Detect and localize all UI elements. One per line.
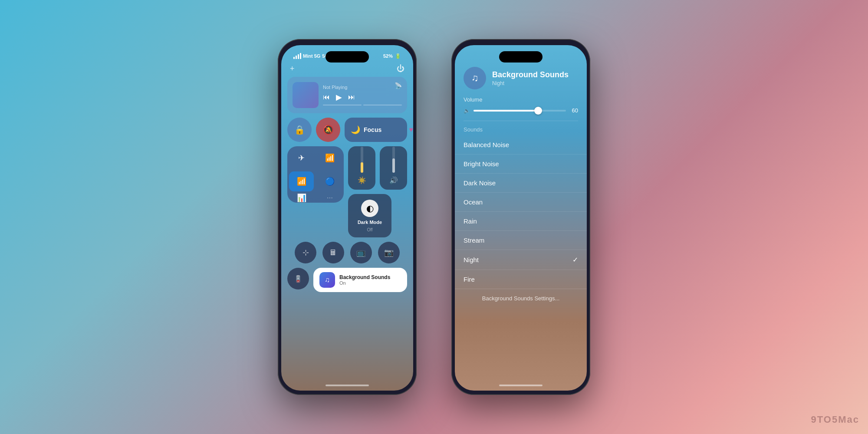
bg-sounds-icon: ♫ — [319, 272, 335, 288]
sound-item-ocean[interactable]: Ocean — [455, 193, 587, 212]
volume-section: Volume 🔈 60 — [455, 96, 587, 121]
phone-2: ♫ Background Sounds Night Volume 🔈 60 — [451, 39, 590, 395]
battery-icon: 🔋 — [395, 53, 401, 59]
dark-mode-label: Dark Mode — [358, 220, 382, 225]
phone-2-background: ♫ Background Sounds Night Volume 🔈 60 — [455, 45, 587, 391]
progress-bar-2 — [363, 105, 402, 105]
volume-label: Volume — [464, 96, 578, 103]
home-indicator-2[interactable] — [499, 385, 542, 386]
volume-fill — [473, 110, 538, 112]
airplay-icon[interactable]: 📡 — [395, 82, 402, 89]
home-indicator-1[interactable] — [326, 385, 369, 386]
sound-name: Bright Noise — [464, 160, 499, 168]
moon-icon: 🌙 — [351, 125, 360, 135]
airplane-mode-button[interactable]: ✈ — [287, 146, 316, 170]
sounds-section-label: Sounds — [455, 121, 587, 135]
wifi-button[interactable]: 📶 — [289, 171, 314, 191]
camera-button[interactable]: 📷 — [378, 242, 400, 263]
volume-row: 🔈 60 — [464, 107, 578, 114]
power-icon[interactable]: ⏻ — [397, 64, 404, 73]
sound-name: Night — [464, 256, 479, 263]
sounds-title: Background Sounds — [492, 70, 569, 79]
settings-link[interactable]: Background Sounds Settings... — [455, 289, 587, 308]
sound-name: Rain — [464, 217, 477, 225]
status-left: Mint 5G 5G — [293, 53, 329, 59]
carrier-label: Mint 5G — [303, 53, 320, 59]
heart-icon: ♥ — [409, 126, 414, 134]
sound-item-night[interactable]: Night ✓ — [455, 250, 587, 270]
focus-label: Focus — [364, 126, 381, 133]
watermark: 9TO5Mac — [811, 414, 859, 425]
phone-1: Mint 5G 5G 52% 🔋 + ⏻ Not Playing — [278, 39, 417, 395]
dynamic-island-2 — [499, 51, 542, 62]
brightness-fill — [361, 162, 363, 173]
battery-percent: 52% — [383, 53, 393, 59]
remote-button[interactable]: 📺 — [350, 242, 372, 263]
focus-button[interactable]: 🌙 Focus — [345, 118, 407, 142]
battery-widget[interactable]: 🪫 — [287, 268, 309, 289]
media-controls[interactable]: ⏮ ▶ ⏭ — [323, 92, 402, 102]
volume-fill — [392, 158, 395, 173]
airdrop-button[interactable]: 📶 — [316, 146, 344, 170]
cc-grid: Not Playing ⏮ ▶ ⏭ 📡 — [281, 77, 413, 292]
contrast-icon: ◐ — [366, 203, 374, 214]
sound-name: Ocean — [464, 198, 483, 206]
cellular-button[interactable]: 📊 — [287, 193, 316, 203]
phone-1-background: Mint 5G 5G 52% 🔋 + ⏻ Not Playing — [281, 45, 413, 391]
dynamic-island-1 — [326, 51, 369, 62]
screen-lock-button[interactable]: 🔒 — [287, 118, 312, 142]
bottom-tools-row: 🪫 ♫ Background Sounds On — [287, 268, 407, 292]
media-thumbnail — [293, 82, 319, 108]
sounds-app-icon: ♫ — [464, 67, 486, 89]
sound-name: Balanced Noise — [464, 141, 509, 148]
bg-sounds-title: Background Sounds — [339, 274, 390, 280]
play-icon[interactable]: ▶ — [336, 92, 342, 102]
media-player[interactable]: Not Playing ⏮ ▶ ⏭ 📡 — [287, 77, 407, 113]
status-right: 52% 🔋 — [383, 53, 401, 59]
mute-button[interactable]: 🔕 — [316, 118, 340, 142]
settings-link-text[interactable]: Background Sounds Settings... — [482, 295, 560, 302]
brightness-icon: ☀️ — [358, 176, 366, 184]
icon-row: ⊹ 🖩 📺 📷 — [287, 242, 407, 263]
bg-sounds-text: Background Sounds On — [339, 274, 390, 286]
volume-icon: 🔊 — [389, 176, 398, 184]
media-title: Not Playing — [323, 85, 402, 90]
sound-item-stream[interactable]: Stream — [455, 231, 587, 250]
network-cluster[interactable]: ✈ 📶 📶 📊 🔵 ⋯ — [287, 146, 344, 203]
sound-item-dark-noise[interactable]: Dark Noise — [455, 174, 587, 193]
dark-mode-sublabel: Off — [367, 227, 372, 232]
rewind-icon[interactable]: ⏮ — [323, 93, 330, 101]
toggle-row-1: 🔒 🔕 🌙 Focus ♥ — [287, 118, 407, 142]
volume-track[interactable] — [473, 110, 566, 112]
phone-2-screen: ♫ Background Sounds Night Volume 🔈 60 — [455, 45, 587, 391]
media-info: Not Playing ⏮ ▶ ⏭ — [323, 85, 402, 105]
sounds-subtitle: Night — [492, 80, 569, 86]
dark-mode-button[interactable]: ◐ Dark Mode Off — [348, 194, 391, 237]
sound-item-fire[interactable]: Fire — [455, 270, 587, 289]
sounds-list: Balanced Noise Bright Noise Dark Noise O… — [455, 135, 587, 289]
checkmark-icon: ✓ — [572, 256, 578, 264]
volume-thumb[interactable] — [534, 107, 542, 115]
volume-value: 60 — [569, 107, 578, 114]
sound-item-balanced-noise[interactable]: Balanced Noise — [455, 135, 587, 155]
phone-1-screen: Mint 5G 5G 52% 🔋 + ⏻ Not Playing — [281, 45, 413, 391]
volume-slider[interactable]: 🔊 — [380, 146, 407, 190]
sound-item-rain[interactable]: Rain — [455, 212, 587, 231]
brightness-slider[interactable]: ☀️ — [348, 146, 375, 190]
right-panel: ☀️ 🔊 ◐ — [348, 146, 407, 237]
slider-row: ☀️ 🔊 — [348, 146, 407, 190]
signal-bars — [293, 53, 301, 59]
bluetooth-button[interactable]: 🔵 — [316, 170, 344, 193]
background-sounds-button[interactable]: ♫ Background Sounds On — [313, 268, 407, 292]
scan-button[interactable]: ⊹ — [295, 242, 316, 263]
fast-forward-icon[interactable]: ⏭ — [348, 93, 355, 101]
progress-bar — [323, 105, 362, 105]
sounds-title-block: Background Sounds Night — [492, 70, 569, 86]
media-progress — [323, 105, 402, 105]
sound-name: Stream — [464, 237, 484, 244]
calculator-button[interactable]: 🖩 — [322, 242, 344, 263]
more-button[interactable]: ⋯ — [316, 193, 344, 203]
sound-item-bright-noise[interactable]: Bright Noise — [455, 155, 587, 174]
add-icon[interactable]: + — [290, 64, 295, 73]
vol-low-icon: 🔈 — [464, 108, 470, 114]
